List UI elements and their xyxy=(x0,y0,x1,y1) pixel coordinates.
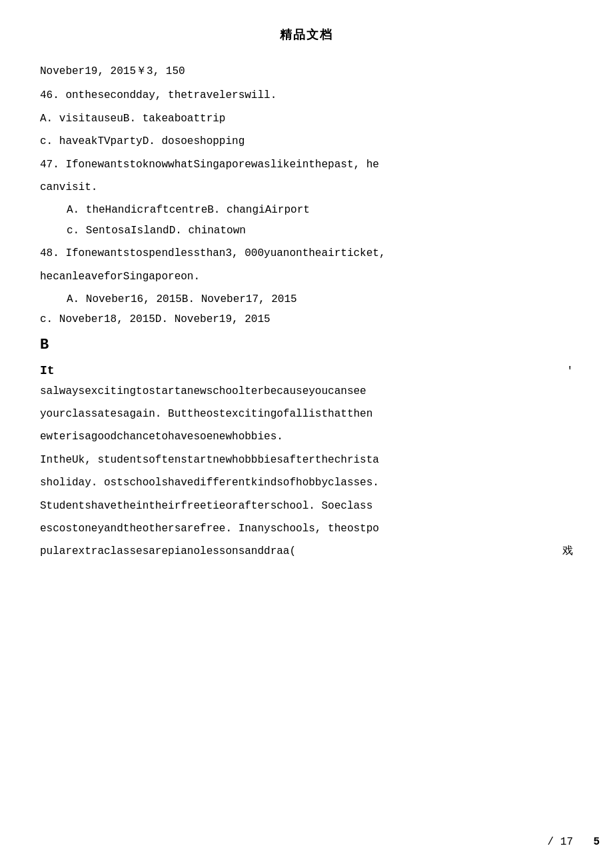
question-47-block: 47. IfonewantstoknowwhatSingaporewaslike… xyxy=(40,155,573,241)
q47-label: 47. IfonewantstoknowwhatSingaporewaslike… xyxy=(40,155,573,175)
page-title: 精品文档 xyxy=(40,27,573,43)
q48-cont: hecanleaveforSingaporeon. xyxy=(40,267,573,287)
answer-block: B xyxy=(40,337,573,353)
passage-line-8: pularextraclassesarepianolessonsanddraa( xyxy=(40,541,549,561)
q46-label: 46. onthesecondday, thetravelerswill. xyxy=(40,85,573,105)
q46-option-a: A. visitauseuB. takeaboattrip xyxy=(40,109,573,129)
passage-line-1: salwaysexcitingtostartanewschoolterbecau… xyxy=(40,381,573,401)
passage-line-7: escostoneyandtheothersarefree. Inanyscho… xyxy=(40,519,573,539)
q47-option-c: c. SentosaIslandD. chinatown xyxy=(40,221,573,241)
passage-it: It xyxy=(40,364,55,377)
footer-slash-total: / 17 xyxy=(548,836,573,848)
page-number: 5 xyxy=(593,836,600,848)
q47-option-a: A. theHandicraftcentreB. changiAirport xyxy=(40,200,573,220)
passage-line-2: yourclassatesagain. Buttheostexcitingofa… xyxy=(40,404,573,424)
footer: / 17 xyxy=(548,836,573,848)
passage-line-5: sholiday. ostschoolshavedifferentkindsof… xyxy=(40,473,573,493)
question-46-block: 46. onthesecondday, thetravelerswill. A.… xyxy=(40,85,573,151)
q48-label: 48. Ifonewantstospendlessthan3, 000yuano… xyxy=(40,243,573,263)
question-48-block: 48. Ifonewantstospendlessthan3, 000yuano… xyxy=(40,243,573,330)
q46-option-c: c. haveakTVpartyD. dosoeshopping xyxy=(40,131,573,151)
q47-cont: canvisit. xyxy=(40,177,573,197)
passage-line-4: IntheUk, studentsoftenstartnewhobbbiesaf… xyxy=(40,450,573,470)
q48-option-c: c. Noveber18, 2015D. Noveber19, 2015 xyxy=(40,309,573,329)
passage-line-6: Studentshavetheintheirfreetieorafterscho… xyxy=(40,496,573,516)
answer-letter: B xyxy=(40,337,573,353)
passage-chinese-char: 戏 xyxy=(562,544,573,558)
q48-option-a: A. Noveber16, 2015B. Noveber17, 2015 xyxy=(40,289,573,309)
passage-block: It ' salwaysexcitingtostartanewschoolter… xyxy=(40,357,573,565)
passage-comma: ' xyxy=(566,365,573,377)
date-price: Noveber19, 2015￥3, 150 xyxy=(40,61,573,81)
passage-line-3: ewterisagoodchancetohavesoenewhobbies. xyxy=(40,427,573,447)
date-price-line: Noveber19, 2015￥3, 150 xyxy=(40,61,573,81)
